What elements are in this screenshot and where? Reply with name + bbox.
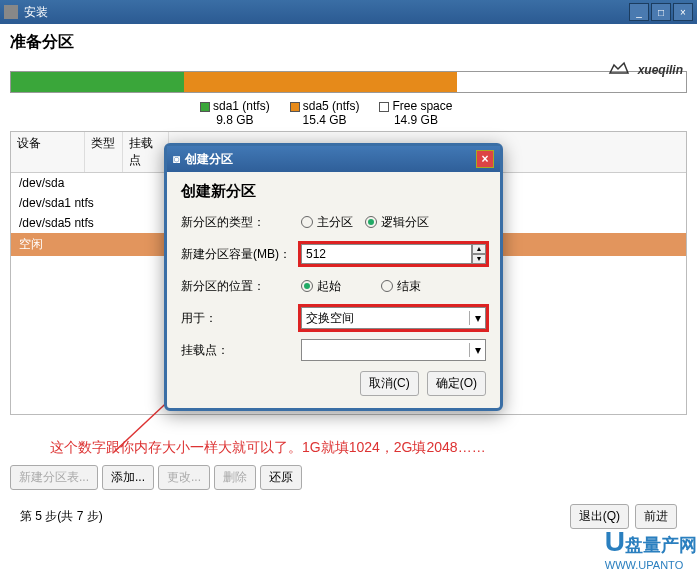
spin-up-icon: ▲ bbox=[472, 244, 486, 254]
app-icon bbox=[4, 5, 18, 19]
chevron-down-icon: ▾ bbox=[469, 343, 485, 357]
size-label: 新建分区容量(MB)： bbox=[181, 246, 301, 263]
add-button[interactable]: 添加... bbox=[102, 465, 154, 490]
create-partition-dialog: ◙ 创建分区 × 创建新分区 新分区的类型： 主分区 逻辑分区 新建分区容量(M… bbox=[164, 143, 503, 411]
disk-icon: ◙ bbox=[173, 152, 180, 166]
begin-radio[interactable]: 起始 bbox=[301, 278, 341, 295]
partition-seg-sda5 bbox=[184, 72, 457, 92]
mount-select[interactable]: ▾ bbox=[301, 339, 486, 361]
logical-radio[interactable]: 逻辑分区 bbox=[365, 214, 429, 231]
horse-icon bbox=[606, 57, 632, 79]
cancel-button[interactable]: 取消(C) bbox=[360, 371, 419, 396]
type-label: 新分区的类型： bbox=[181, 214, 301, 231]
close-button[interactable]: × bbox=[673, 3, 693, 21]
revert-button[interactable]: 还原 bbox=[260, 465, 302, 490]
minimize-button[interactable]: _ bbox=[629, 3, 649, 21]
col-mount[interactable]: 挂载点 bbox=[123, 132, 169, 172]
new-partition-table-button[interactable]: 新建分区表... bbox=[10, 465, 98, 490]
end-radio[interactable]: 结束 bbox=[381, 278, 421, 295]
legend-swatch bbox=[200, 102, 210, 112]
step-label: 第 5 步(共 7 步) bbox=[20, 508, 103, 525]
mount-label: 挂载点： bbox=[181, 342, 301, 359]
spin-down-icon: ▼ bbox=[472, 254, 486, 264]
site-watermark: U盘量产网 WWW.UPANTO bbox=[605, 526, 697, 572]
chevron-down-icon: ▾ bbox=[469, 311, 485, 325]
dialog-titlebar[interactable]: ◙ 创建分区 × bbox=[167, 146, 500, 172]
legend-swatch bbox=[290, 102, 300, 112]
primary-radio[interactable]: 主分区 bbox=[301, 214, 353, 231]
partition-seg-sda1 bbox=[11, 72, 184, 92]
main-titlebar: 安装 _ □ × bbox=[0, 0, 697, 24]
col-type[interactable]: 类型 bbox=[85, 132, 123, 172]
legend-item: sda1 (ntfs) 9.8 GB bbox=[200, 99, 270, 127]
use-select[interactable]: 交换空间 ▾ bbox=[301, 307, 486, 329]
legend: sda1 (ntfs) 9.8 GB sda5 (ntfs) 15.4 GB F… bbox=[200, 99, 687, 127]
size-spinner[interactable]: ▲▼ bbox=[472, 244, 486, 264]
col-device[interactable]: 设备 bbox=[11, 132, 85, 172]
annotation-text: 这个数字跟你内存大小一样大就可以了。1G就填1024，2G填2048…… bbox=[50, 439, 687, 457]
maximize-button[interactable]: □ bbox=[651, 3, 671, 21]
page-title: 准备分区 bbox=[10, 32, 687, 53]
ok-button[interactable]: 确定(O) bbox=[427, 371, 486, 396]
dialog-title: 创建分区 bbox=[185, 151, 233, 168]
legend-swatch bbox=[379, 102, 389, 112]
partition-bar bbox=[10, 71, 687, 93]
window-title: 安装 bbox=[24, 4, 48, 21]
delete-button[interactable]: 删除 bbox=[214, 465, 256, 490]
change-button[interactable]: 更改... bbox=[158, 465, 210, 490]
use-label: 用于： bbox=[181, 310, 301, 327]
watermark: xueqilin bbox=[606, 54, 683, 80]
dialog-close-button[interactable]: × bbox=[476, 150, 494, 168]
dialog-heading: 创建新分区 bbox=[181, 182, 486, 201]
legend-item: Free space 14.9 GB bbox=[379, 99, 452, 127]
legend-item: sda5 (ntfs) 15.4 GB bbox=[290, 99, 360, 127]
button-row: 新建分区表... 添加... 更改... 删除 还原 bbox=[10, 465, 687, 490]
footer: 第 5 步(共 7 步) 退出(Q) 前进 bbox=[10, 504, 687, 529]
size-input[interactable] bbox=[301, 244, 472, 264]
location-label: 新分区的位置： bbox=[181, 278, 301, 295]
